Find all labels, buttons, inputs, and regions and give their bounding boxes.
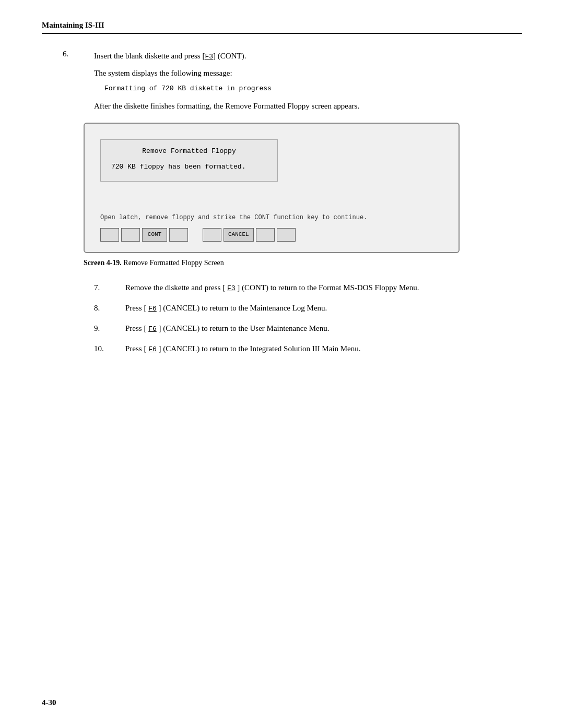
page-number: 4-30 [42, 698, 56, 707]
screen-caption-text: Remove Formatted Floppy Screen [123, 259, 224, 267]
step-6-instruction: Insert the blank diskette and press [F3]… [94, 50, 522, 63]
step-7-key: F3 [227, 284, 236, 292]
fkey-4[interactable] [169, 228, 188, 242]
step-7-content: Remove the diskette and press [ F3 ] (CO… [125, 281, 522, 294]
step-6-content: Insert the blank diskette and press [F3]… [94, 50, 522, 363]
step-10-number: 10. [94, 342, 125, 355]
step-8: 8. Press [ F6 ] (CANCEL) to return to th… [94, 302, 522, 315]
inner-dialog: Remove Formatted Floppy 720 KB floppy ha… [100, 139, 278, 182]
dialog-body: 720 KB floppy has been formatted. [111, 162, 267, 173]
function-keys-row: CONT CANCEL [100, 228, 443, 242]
system-message-code: Formatting of 720 KB diskette in progres… [104, 83, 522, 94]
sub-steps: 7. Remove the diskette and press [ F3 ] … [94, 281, 522, 355]
fkey-cancel[interactable]: CANCEL [224, 228, 254, 242]
step-9: 9. Press [ F6 ] (CANCEL) to return to th… [94, 322, 522, 335]
step-6: 6. Insert the blank diskette and press [… [63, 50, 522, 363]
fkey-2[interactable] [121, 228, 140, 242]
step-10-key: F6 [148, 345, 157, 353]
screen-status-bar: Open latch, remove floppy and strike the… [100, 213, 443, 223]
step-9-key: F6 [148, 325, 157, 333]
step-7-number: 7. [94, 281, 125, 294]
step-10: 10. Press [ F6 ] (CANCEL) to return to t… [94, 342, 522, 355]
fkey-1[interactable] [100, 228, 119, 242]
step-8-number: 8. [94, 302, 125, 314]
step-10-content: Press [ F6 ] (CANCEL) to return to the I… [125, 342, 522, 355]
screen-caption: Screen 4-19. Remove Formatted Floppy Scr… [84, 257, 522, 269]
dialog-title: Remove Formatted Floppy [111, 146, 267, 157]
fkey-7[interactable] [256, 228, 275, 242]
after-message: After the diskette finishes formatting, … [94, 100, 522, 112]
step-6-number: 6. [63, 50, 94, 58]
step-8-key: F6 [148, 305, 157, 313]
system-message-label: The system displays the following messag… [94, 67, 522, 79]
page-header: Maintaining IS-III [42, 21, 522, 34]
step-9-number: 9. [94, 322, 125, 335]
fkey-8[interactable] [277, 228, 296, 242]
fkey-cont[interactable]: CONT [142, 228, 167, 242]
step-9-content: Press [ F6 ] (CANCEL) to return to the U… [125, 322, 522, 335]
screen-caption-prefix: Screen 4-19. [84, 259, 122, 267]
screen-box: Remove Formatted Floppy 720 KB floppy ha… [84, 123, 460, 253]
header-title: Maintaining IS-III [42, 21, 104, 30]
step-7: 7. Remove the diskette and press [ F3 ] … [94, 281, 522, 294]
step-8-content: Press [ F6 ] (CANCEL) to return to the M… [125, 302, 522, 315]
content-area: 6. Insert the blank diskette and press [… [42, 50, 522, 363]
page-container: Maintaining IS-III 6. Insert the blank d… [0, 0, 564, 728]
fkey-5[interactable] [203, 228, 221, 242]
